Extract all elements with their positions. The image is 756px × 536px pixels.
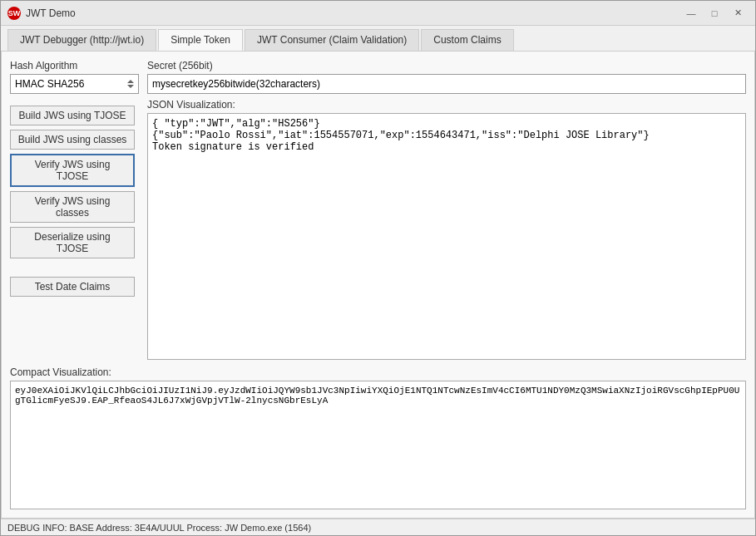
tab-custom-claims[interactable]: Custom Claims — [421, 29, 513, 51]
test-date-claims-button[interactable]: Test Date Claims — [10, 277, 135, 297]
secret-row: Secret (256bit) — [147, 60, 746, 94]
tab-jwt-consumer[interactable]: JWT Consumer (Claim Validation) — [245, 29, 419, 51]
close-button[interactable]: ✕ — [727, 5, 749, 22]
hash-algorithm-select[interactable]: HMAC SHA256 — [10, 74, 139, 94]
maximize-button[interactable]: □ — [704, 5, 725, 22]
hash-section: Hash Algorithm HMAC SHA256 — [10, 60, 139, 94]
status-text: DEBUG INFO: BASE Address: 3E4A/UUUL Proc… — [7, 523, 311, 533]
window-title: JWT Demo — [26, 7, 680, 19]
app-icon: SW — [7, 7, 21, 20]
left-panel: Hash Algorithm HMAC SHA256 Build JWS usi… — [10, 60, 139, 360]
deserialize-tjose-button[interactable]: Deserialize using TJOSE — [10, 227, 135, 258]
right-panel: Secret (256bit) JSON Visualization: — [147, 60, 746, 360]
main-area: Hash Algorithm HMAC SHA256 Build JWS usi… — [10, 60, 746, 360]
build-jws-classes-button[interactable]: Build JWS using classes — [10, 130, 135, 150]
tab-content: Hash Algorithm HMAC SHA256 Build JWS usi… — [1, 51, 755, 519]
main-window: SW JWT Demo — □ ✕ JWT Debugger (http://j… — [0, 0, 756, 536]
compact-label: Compact Visualization: — [10, 366, 746, 378]
status-bar: DEBUG INFO: BASE Address: 3E4A/UUUL Proc… — [1, 519, 755, 535]
minimize-button[interactable]: — — [680, 5, 702, 22]
compact-section: Compact Visualization: — [10, 366, 746, 509]
tab-simple-token[interactable]: Simple Token — [158, 29, 243, 51]
verify-jws-classes-button[interactable]: Verify JWS using classes — [10, 191, 135, 223]
secret-label: Secret (256bit) — [147, 60, 746, 71]
hash-algorithm-label: Hash Algorithm — [10, 60, 139, 71]
secret-input[interactable] — [147, 74, 746, 94]
verify-jws-tjose-button[interactable]: Verify JWS using TJOSE — [10, 154, 135, 187]
tab-jwt-debugger[interactable]: JWT Debugger (http://jwt.io) — [7, 29, 156, 51]
title-bar: SW JWT Demo — □ ✕ — [1, 1, 755, 26]
tab-bar: JWT Debugger (http://jwt.io) Simple Toke… — [1, 26, 755, 51]
json-visualization-textarea[interactable] — [147, 113, 746, 360]
build-jws-tjose-button[interactable]: Build JWS using TJOSE — [10, 106, 135, 125]
compact-visualization-textarea[interactable] — [10, 381, 746, 509]
window-controls: — □ ✕ — [680, 5, 749, 22]
action-buttons: Build JWS using TJOSE Build JWS using cl… — [10, 106, 139, 258]
spacer — [10, 263, 139, 272]
json-viz-label: JSON Visualization: — [147, 99, 746, 111]
